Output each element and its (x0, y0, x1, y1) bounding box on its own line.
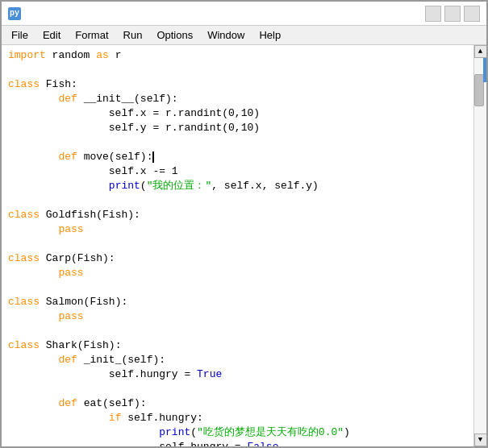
code-line (2, 63, 473, 77)
scroll-up-arrow[interactable]: ▲ (474, 45, 487, 58)
line-content (2, 280, 473, 295)
code-line: pass (2, 266, 473, 280)
line-content (2, 382, 473, 396)
code-line: import random as r (2, 48, 473, 63)
editor-container: import random as r class Fish: def __ini… (2, 45, 486, 446)
code-line: self.x -= 1 (2, 164, 473, 179)
line-content: class Carp(Fish): (2, 251, 473, 266)
line-content (2, 324, 473, 338)
code-line: def _init_(self): (2, 353, 473, 367)
code-line: class Fish: (2, 77, 473, 92)
code-line: self.hungry = True (2, 367, 473, 382)
line-content: self.hungry = True (2, 367, 473, 382)
line-content: if self.hungry: (2, 411, 473, 425)
scrollbar[interactable]: ▲ ▼ (473, 45, 486, 446)
code-line: self.y = r.randint(0,10) (2, 121, 473, 135)
menu-options[interactable]: Options (150, 27, 199, 43)
line-content: def move(self): (2, 150, 473, 164)
line-content (2, 237, 473, 251)
code-line: class Goldfish(Fish): (2, 208, 473, 222)
minimize-button[interactable] (425, 6, 441, 22)
title-bar-left: py (8, 7, 26, 20)
code-line (2, 324, 473, 338)
scroll-down-arrow[interactable]: ▼ (474, 433, 487, 446)
line-content (2, 63, 473, 77)
code-line: pass (2, 309, 473, 324)
menu-run[interactable]: Run (117, 27, 149, 43)
menu-window[interactable]: Window (201, 27, 251, 43)
code-line: print("我的位置：", self.x, self.y) (2, 179, 473, 193)
menu-help[interactable]: Help (252, 27, 287, 43)
code-line: class Carp(Fish): (2, 251, 473, 266)
line-content: pass (2, 222, 473, 237)
line-content: class Shark(Fish): (2, 338, 473, 353)
window-controls (425, 6, 480, 22)
code-line (2, 280, 473, 295)
code-line: def move(self): (2, 150, 473, 164)
code-line: class Shark(Fish): (2, 338, 473, 353)
line-content: pass (2, 266, 473, 280)
line-content: def _init_(self): (2, 353, 473, 367)
code-line: def __init__(self): (2, 92, 473, 106)
code-line: def eat(self): (2, 396, 473, 411)
line-content: class Salmon(Fish): (2, 295, 473, 309)
line-content: print("我的位置：", self.x, self.y) (2, 179, 473, 193)
line-content (2, 193, 473, 208)
line-content: class Goldfish(Fish): (2, 208, 473, 222)
maximize-button[interactable] (444, 6, 461, 22)
line-content: def __init__(self): (2, 92, 473, 106)
app-icon: py (8, 7, 21, 20)
line-content: self.x = r.randint(0,10) (2, 106, 473, 121)
code-line: self.x = r.randint(0,10) (2, 106, 473, 121)
code-line (2, 135, 473, 150)
menu-file[interactable]: File (5, 27, 35, 43)
code-area[interactable]: import random as r class Fish: def __ini… (2, 45, 473, 446)
menu-bar: File Edit Format Run Options Window Help (2, 26, 486, 45)
line-content: import random as r (2, 48, 473, 63)
code-line (2, 193, 473, 208)
code-line: class Salmon(Fish): (2, 295, 473, 309)
close-button[interactable] (464, 6, 480, 22)
line-content: self.x -= 1 (2, 164, 473, 179)
menu-format[interactable]: Format (69, 27, 115, 43)
line-content: class Fish: (2, 77, 473, 92)
scrollbar-track[interactable] (474, 58, 486, 433)
title-bar: py (2, 2, 486, 26)
line-content: print("吃货的梦想是天天有吃的0.0") (2, 425, 473, 440)
line-content: pass (2, 309, 473, 324)
scroll-highlight (483, 58, 486, 82)
code-line: print("吃货的梦想是天天有吃的0.0") (2, 425, 473, 440)
code-line: pass (2, 222, 473, 237)
line-content (2, 135, 473, 150)
code-line: self.hungry = False (2, 440, 473, 446)
menu-edit[interactable]: Edit (36, 27, 67, 43)
line-content: self.y = r.randint(0,10) (2, 121, 473, 135)
code-line (2, 237, 473, 251)
code-line: if self.hungry: (2, 411, 473, 425)
line-content: def eat(self): (2, 396, 473, 411)
line-content: self.hungry = False (2, 440, 473, 446)
code-line (2, 382, 473, 396)
